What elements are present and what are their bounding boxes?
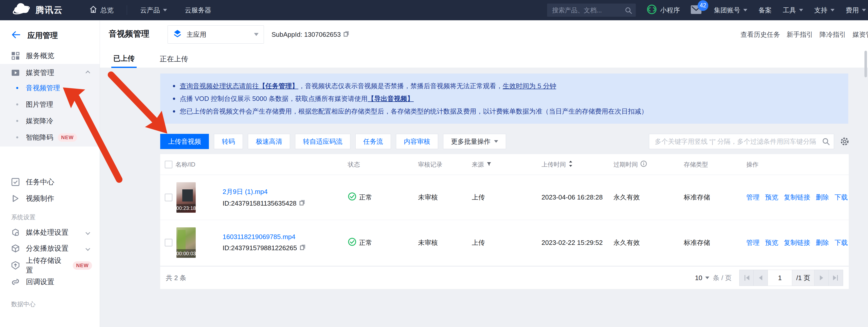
link-history-tasks[interactable]: 查看历史任务 bbox=[741, 30, 780, 39]
video-id: ID:243791581135635428 bbox=[223, 199, 297, 207]
select-all-checkbox[interactable] bbox=[165, 161, 173, 168]
tab-label: 已上传 bbox=[113, 54, 134, 63]
nav-billing[interactable]: 费用 bbox=[846, 6, 866, 15]
sidebar-item-upload-storage-settings[interactable]: 上传存储设置 NEW bbox=[0, 257, 100, 273]
tesh-button[interactable]: 极速高清 bbox=[248, 134, 290, 149]
video-name-link[interactable]: 2月9日 (1).mp4 bbox=[223, 187, 306, 196]
home-icon bbox=[89, 5, 97, 15]
play-outline-icon bbox=[11, 194, 20, 203]
sort-icon[interactable] bbox=[568, 160, 573, 169]
column-settings-gear-icon[interactable] bbox=[838, 135, 851, 148]
action-delete[interactable]: 删除 bbox=[816, 193, 829, 202]
info-notice: 查询音视频处理状态请前往【任务管理】，音视频状态仅表示音视频是否禁播，禁播后音视… bbox=[160, 73, 848, 124]
pagination-bar: 共 2 条 10 条 / 页 /1 页 bbox=[160, 267, 849, 289]
notice-link-export-video[interactable]: 【导出音视频】 bbox=[368, 94, 414, 103]
sidebar-item-media-processing-settings[interactable]: 媒体处理设置 bbox=[0, 224, 100, 240]
info-icon[interactable] bbox=[640, 160, 647, 169]
adaptive-stream-button[interactable]: 转自适应码流 bbox=[295, 134, 350, 149]
notice-text: 点播 VOD 控制台仅展示 5000 条数据，获取点播所有媒资请使用 bbox=[180, 94, 368, 103]
sidebar-item-media-cooling[interactable]: 媒资降冷 bbox=[0, 113, 100, 129]
copy-icon[interactable] bbox=[343, 30, 350, 39]
callback-link-icon bbox=[11, 277, 20, 286]
nav-group-account[interactable]: 集团账号 bbox=[714, 6, 747, 15]
scrollbar-thumb[interactable] bbox=[864, 51, 867, 77]
page-size-select[interactable]: 10 bbox=[695, 274, 709, 282]
topbar-search-input[interactable] bbox=[547, 4, 636, 17]
first-page-button[interactable] bbox=[740, 270, 754, 286]
current-page-input[interactable] bbox=[768, 270, 792, 286]
bullet-icon bbox=[16, 103, 18, 105]
sidebar-item-video-maker[interactable]: 视频制作 bbox=[0, 190, 100, 206]
sidebar-item-image-management[interactable]: 图片管理 bbox=[0, 96, 100, 112]
nav-beian[interactable]: 备案 bbox=[758, 6, 772, 15]
sidebar-item-label: 媒体处理设置 bbox=[26, 228, 68, 237]
transcode-button[interactable]: 转码 bbox=[214, 134, 243, 149]
content-review-button[interactable]: 内容审核 bbox=[396, 134, 438, 149]
video-thumbnail[interactable]: 00:00:03 bbox=[177, 227, 196, 258]
sidebar-item-distribution-settings[interactable]: 分发播放设置 bbox=[0, 240, 100, 257]
video-name-link[interactable]: 1603118219069785.mp4 bbox=[223, 233, 306, 241]
last-page-button[interactable] bbox=[829, 270, 843, 286]
nav-miniprogram[interactable]: 小程序 bbox=[646, 4, 680, 17]
action-manage[interactable]: 管理 bbox=[746, 238, 760, 247]
nav-overview[interactable]: 总览 bbox=[89, 5, 114, 15]
more-batch-actions-button[interactable]: 更多批量操作 bbox=[443, 134, 506, 149]
status-ok-icon bbox=[348, 237, 356, 248]
page-root: 腾讯云 总览 云产品 云服务器 小程序 bbox=[0, 0, 868, 327]
video-thumbnail[interactable]: 00:23:18 bbox=[177, 182, 196, 213]
sidebar-item-callback-settings[interactable]: 回调设置 bbox=[0, 274, 100, 290]
sidebar-item-service-overview[interactable]: 服务概览 bbox=[0, 48, 100, 64]
notice-text-effective-time: 生效时间为 5 分钟 bbox=[503, 81, 556, 91]
link-beginner-guide[interactable]: 新手指引 bbox=[786, 30, 813, 39]
chevron-down-icon bbox=[831, 9, 835, 11]
workflow-button[interactable]: 任务流 bbox=[355, 134, 391, 149]
action-manage[interactable]: 管理 bbox=[746, 193, 760, 202]
action-copy-link[interactable]: 复制链接 bbox=[784, 238, 810, 247]
sidebar-item-smart-bitrate[interactable]: 智能降码 NEW bbox=[0, 129, 100, 145]
keyword-search-input[interactable] bbox=[649, 134, 834, 149]
sidebar-back-app-management[interactable]: 应用管理 bbox=[0, 27, 100, 43]
action-download[interactable]: 下载 bbox=[835, 193, 848, 202]
action-copy-link[interactable]: 复制链接 bbox=[784, 193, 810, 202]
link-media-management[interactable]: 媒资管理 bbox=[852, 30, 868, 39]
sidebar-item-audio-video-management[interactable]: 音视频管理 bbox=[0, 80, 100, 96]
tab-uploading[interactable]: 正在上传 bbox=[158, 50, 190, 68]
row-checkbox[interactable] bbox=[165, 239, 173, 247]
app-selector-dropdown[interactable]: 主应用 bbox=[167, 25, 264, 43]
status-ok-icon bbox=[348, 192, 356, 202]
copy-icon[interactable] bbox=[300, 244, 306, 252]
notice-text: 您已上传的音视频文件会产生存储费用，根据您配置相应的存储类型后，各存储类型的统计… bbox=[180, 107, 648, 116]
back-arrow-icon[interactable] bbox=[12, 31, 20, 40]
upload-video-button[interactable]: 上传音视频 bbox=[160, 134, 209, 149]
link-cooling-guide[interactable]: 降冷指引 bbox=[819, 30, 846, 39]
action-preview[interactable]: 预览 bbox=[765, 193, 778, 202]
nav-cvm[interactable]: 云服务器 bbox=[185, 6, 211, 15]
tab-uploaded[interactable]: 已上传 bbox=[111, 50, 137, 68]
sidebar-item-media-management[interactable]: 媒资管理 bbox=[0, 65, 100, 81]
row-actions: 管理 预览 复制链接 删除 下载 bbox=[746, 193, 848, 202]
column-header-review: 审核记录 bbox=[418, 160, 442, 169]
next-page-button[interactable] bbox=[814, 270, 829, 286]
action-delete[interactable]: 删除 bbox=[816, 238, 829, 247]
notice-link-task-management[interactable]: 【任务管理】 bbox=[259, 81, 299, 91]
expire-time: 永久有效 bbox=[614, 193, 640, 202]
tencent-cloud-logo[interactable]: 腾讯云 bbox=[11, 3, 63, 18]
copy-icon[interactable] bbox=[299, 199, 306, 207]
chevron-down-icon bbox=[494, 140, 498, 143]
filter-funnel-icon[interactable] bbox=[487, 161, 492, 168]
chevron-down-icon bbox=[86, 246, 90, 251]
nav-tools[interactable]: 工具 bbox=[783, 6, 803, 15]
prev-page-button[interactable] bbox=[754, 270, 768, 286]
nav-products[interactable]: 云产品 bbox=[140, 6, 167, 15]
row-checkbox[interactable] bbox=[165, 194, 173, 201]
nav-beian-label: 备案 bbox=[758, 6, 772, 15]
button-label: 极速高清 bbox=[256, 137, 282, 146]
tab-label: 正在上传 bbox=[160, 54, 188, 64]
action-download[interactable]: 下载 bbox=[835, 238, 848, 247]
action-preview[interactable]: 预览 bbox=[765, 238, 778, 247]
nav-messages[interactable]: 42 bbox=[690, 4, 702, 16]
sidebar-item-task-center[interactable]: 任务中心 bbox=[0, 174, 100, 190]
nav-support[interactable]: 支持 bbox=[814, 6, 835, 15]
search-icon[interactable] bbox=[625, 7, 632, 16]
search-icon[interactable] bbox=[822, 137, 830, 147]
